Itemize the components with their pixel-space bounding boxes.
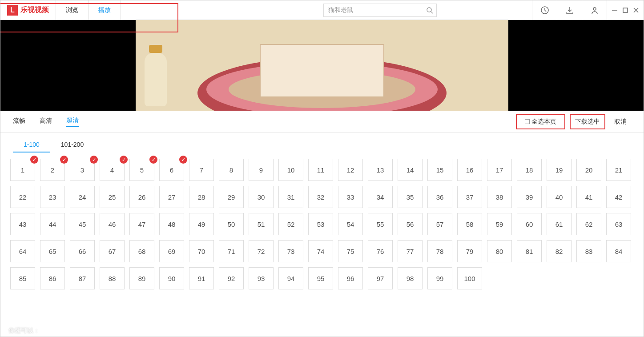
tab-browse[interactable]: 浏览 — [56, 0, 89, 20]
episode-button[interactable]: 44✓ — [40, 213, 65, 235]
episode-button[interactable]: 89✓ — [129, 267, 154, 289]
maximize-icon[interactable] — [622, 7, 628, 13]
episode-button[interactable]: 62✓ — [576, 213, 601, 235]
download-selected-button[interactable]: 下载选中 — [570, 114, 605, 129]
episode-button[interactable]: 45✓ — [70, 213, 95, 235]
episode-button[interactable]: 17✓ — [487, 159, 512, 181]
episode-button[interactable]: 15✓ — [427, 159, 452, 181]
close-icon[interactable] — [633, 7, 639, 13]
episode-button[interactable]: 7✓ — [189, 159, 214, 181]
episode-button[interactable]: 84✓ — [606, 240, 631, 262]
episode-button[interactable]: 67✓ — [100, 240, 125, 262]
episode-button[interactable]: 2✓ — [40, 159, 65, 181]
episode-button[interactable]: 43✓ — [10, 213, 35, 235]
episode-button[interactable]: 3✓ — [70, 159, 95, 181]
episode-button[interactable]: 46✓ — [100, 213, 125, 235]
episode-button[interactable]: 5✓ — [129, 159, 154, 181]
episode-button[interactable]: 96✓ — [338, 267, 363, 289]
episode-button[interactable]: 23✓ — [40, 186, 65, 208]
episode-button[interactable]: 29✓ — [219, 186, 244, 208]
episode-button[interactable]: 16✓ — [457, 159, 482, 181]
episode-button[interactable]: 28✓ — [189, 186, 214, 208]
cancel-button[interactable]: 取消 — [610, 115, 631, 128]
episode-button[interactable]: 38✓ — [487, 186, 512, 208]
episode-button[interactable]: 42✓ — [606, 186, 631, 208]
episode-button[interactable]: 80✓ — [487, 240, 512, 262]
episode-button[interactable]: 94✓ — [278, 267, 303, 289]
episode-button[interactable]: 13✓ — [368, 159, 393, 181]
episode-button[interactable]: 30✓ — [249, 186, 274, 208]
episode-button[interactable]: 81✓ — [517, 240, 542, 262]
episode-button[interactable]: 11✓ — [308, 159, 333, 181]
episode-button[interactable]: 9✓ — [249, 159, 274, 181]
video-player[interactable] — [0, 20, 644, 111]
episode-button[interactable]: 36✓ — [427, 186, 452, 208]
quality-uhd[interactable]: 超清 — [66, 116, 79, 127]
episode-button[interactable]: 6✓ — [159, 159, 184, 181]
range-101-200[interactable]: 101-200 — [50, 137, 94, 152]
select-all-button[interactable]: 全选本页 — [516, 114, 565, 129]
episode-button[interactable]: 70✓ — [189, 240, 214, 262]
episode-button[interactable]: 22✓ — [10, 186, 35, 208]
quality-smooth[interactable]: 流畅 — [13, 117, 25, 127]
episode-button[interactable]: 100✓ — [457, 267, 482, 289]
episode-button[interactable]: 1✓ — [10, 159, 35, 181]
episode-button[interactable]: 98✓ — [398, 267, 423, 289]
episode-button[interactable]: 48✓ — [159, 213, 184, 235]
episode-button[interactable]: 18✓ — [517, 159, 542, 181]
episode-button[interactable]: 91✓ — [189, 267, 214, 289]
episode-button[interactable]: 72✓ — [249, 240, 274, 262]
episode-button[interactable]: 12✓ — [338, 159, 363, 181]
episode-button[interactable]: 58✓ — [457, 213, 482, 235]
episode-button[interactable]: 50✓ — [219, 213, 244, 235]
episode-button[interactable]: 39✓ — [517, 186, 542, 208]
episode-button[interactable]: 79✓ — [457, 240, 482, 262]
episode-button[interactable]: 20✓ — [576, 159, 601, 181]
minimize-icon[interactable] — [612, 7, 618, 13]
episode-button[interactable]: 27✓ — [159, 186, 184, 208]
episode-button[interactable]: 32✓ — [308, 186, 333, 208]
episode-button[interactable]: 31✓ — [278, 186, 303, 208]
episode-button[interactable]: 73✓ — [278, 240, 303, 262]
episode-button[interactable]: 74✓ — [308, 240, 333, 262]
episode-button[interactable]: 51✓ — [249, 213, 274, 235]
history-button[interactable] — [532, 0, 557, 20]
episode-button[interactable]: 86✓ — [40, 267, 65, 289]
episode-button[interactable]: 87✓ — [70, 267, 95, 289]
episode-button[interactable]: 60✓ — [517, 213, 542, 235]
episode-button[interactable]: 69✓ — [159, 240, 184, 262]
episode-button[interactable]: 90✓ — [159, 267, 184, 289]
range-1-100[interactable]: 1-100 — [13, 137, 50, 152]
episode-button[interactable]: 49✓ — [189, 213, 214, 235]
episode-button[interactable]: 83✓ — [576, 240, 601, 262]
episode-button[interactable]: 57✓ — [427, 213, 452, 235]
search-input[interactable] — [324, 7, 423, 14]
episode-button[interactable]: 35✓ — [398, 186, 423, 208]
episode-button[interactable]: 54✓ — [338, 213, 363, 235]
episode-button[interactable]: 21✓ — [606, 159, 631, 181]
episode-button[interactable]: 88✓ — [100, 267, 125, 289]
episode-button[interactable]: 93✓ — [249, 267, 274, 289]
episode-button[interactable]: 19✓ — [547, 159, 572, 181]
episode-button[interactable]: 4✓ — [100, 159, 125, 181]
episode-button[interactable]: 65✓ — [40, 240, 65, 262]
user-button[interactable] — [582, 0, 607, 20]
download-button[interactable] — [557, 0, 582, 20]
episode-button[interactable]: 92✓ — [219, 267, 244, 289]
episode-button[interactable]: 76✓ — [368, 240, 393, 262]
episode-button[interactable]: 78✓ — [427, 240, 452, 262]
episode-button[interactable]: 95✓ — [308, 267, 333, 289]
episode-button[interactable]: 59✓ — [487, 213, 512, 235]
episode-button[interactable]: 82✓ — [547, 240, 572, 262]
episode-button[interactable]: 64✓ — [10, 240, 35, 262]
episode-button[interactable]: 24✓ — [70, 186, 95, 208]
episode-button[interactable]: 71✓ — [219, 240, 244, 262]
episode-button[interactable]: 55✓ — [368, 213, 393, 235]
episode-button[interactable]: 25✓ — [100, 186, 125, 208]
episode-button[interactable]: 8✓ — [219, 159, 244, 181]
episode-button[interactable]: 53✓ — [308, 213, 333, 235]
quality-hd[interactable]: 高清 — [40, 117, 52, 127]
episode-button[interactable]: 99✓ — [427, 267, 452, 289]
episode-button[interactable]: 77✓ — [398, 240, 423, 262]
episode-button[interactable]: 47✓ — [129, 213, 154, 235]
